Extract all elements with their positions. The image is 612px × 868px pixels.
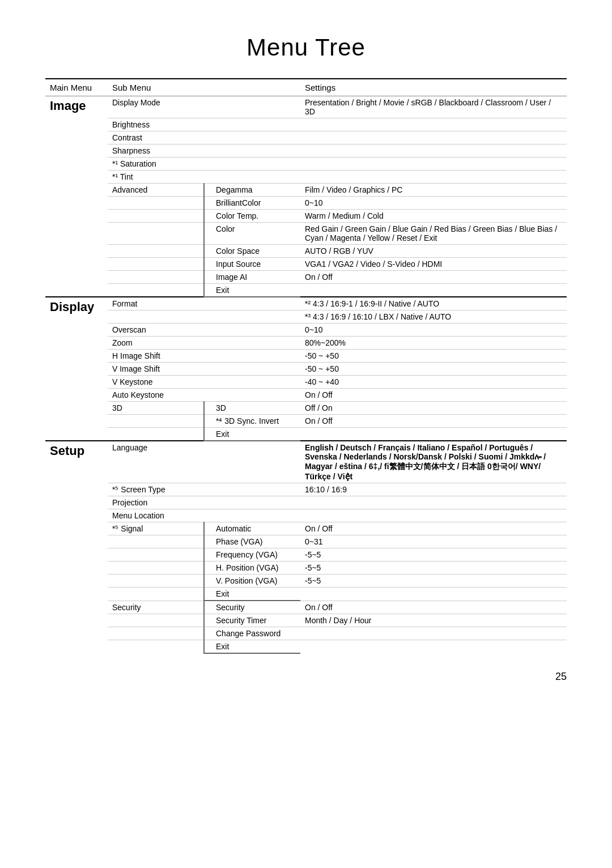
col-sub-cell xyxy=(108,428,204,441)
col-settings-cell xyxy=(300,627,567,640)
col-settings-cell xyxy=(300,640,567,654)
col-sub2-cell: Exit xyxy=(204,640,300,654)
col-sub2-cell xyxy=(204,324,300,337)
table-row: Contrast xyxy=(45,131,567,144)
col-main-cell: Setup xyxy=(45,441,108,653)
col-settings-cell: -5~5 xyxy=(300,561,567,575)
col-settings-cell xyxy=(300,428,567,441)
col-sub2-cell xyxy=(204,509,300,522)
col-settings-cell: Off / On xyxy=(300,402,567,415)
col-sub2-cell xyxy=(204,297,300,310)
col-sub-cell: Overscan xyxy=(108,324,204,337)
col-sub2-cell: Degamma xyxy=(204,184,300,197)
table-row: Security TimerMonth / Day / Hour xyxy=(45,614,567,627)
col-sub2-cell: H. Position (VGA) xyxy=(204,561,300,575)
table-row: Brightness xyxy=(45,118,567,131)
col-sub-cell xyxy=(108,245,204,258)
col-sub-cell xyxy=(108,284,204,297)
header-sub: Sub Menu xyxy=(108,79,204,96)
col-sub-cell: Format xyxy=(108,297,204,310)
table-row: H. Position (VGA)-5~5 xyxy=(45,561,567,575)
col-settings-cell: *³ 4:3 / 16:9 / 16:10 / LBX / Native / A… xyxy=(300,310,567,324)
col-settings-cell: On / Off xyxy=(300,415,567,428)
col-sub2-cell: 3D xyxy=(204,402,300,415)
table-row: Projection xyxy=(45,496,567,509)
col-sub-cell: Contrast xyxy=(108,131,204,144)
table-row: Overscan0~10 xyxy=(45,324,567,337)
table-row: Exit xyxy=(45,640,567,654)
table-row: Change Password xyxy=(45,627,567,640)
col-sub-cell xyxy=(108,197,204,210)
col-sub2-cell: Exit xyxy=(204,284,300,297)
col-sub2-cell: Input Source xyxy=(204,258,300,271)
table-row: 3D3DOff / On xyxy=(45,402,567,415)
col-sub2-cell xyxy=(204,310,300,324)
col-settings-cell: Red Gain / Green Gain / Blue Gain / Red … xyxy=(300,223,567,245)
table-row: Color SpaceAUTO / RGB / YUV xyxy=(45,245,567,258)
page-title: Menu Tree xyxy=(45,34,567,61)
table-row: AdvancedDegammaFilm / Video / Graphics /… xyxy=(45,184,567,197)
col-sub-cell: Zoom xyxy=(108,337,204,350)
col-sub-cell xyxy=(108,535,204,548)
table-row: ImageDisplay ModePresentation / Bright /… xyxy=(45,96,567,118)
table-row: Exit xyxy=(45,428,567,441)
table-row: V. Position (VGA)-5~5 xyxy=(45,575,567,588)
menu-tree-table: Main Menu Sub Menu Settings ImageDisplay… xyxy=(45,78,567,654)
col-settings-cell: 16:10 / 16:9 xyxy=(300,483,567,496)
col-sub-cell: *⁵ Signal xyxy=(108,522,204,535)
col-sub2-cell: *⁴ 3D Sync. Invert xyxy=(204,415,300,428)
col-sub2-cell xyxy=(204,96,300,118)
table-row: *¹ Saturation xyxy=(45,158,567,171)
col-sub2-cell xyxy=(204,118,300,131)
col-settings-cell: 0~10 xyxy=(300,324,567,337)
col-settings-cell: -50 ~ +50 xyxy=(300,363,567,376)
col-settings-cell: -5~5 xyxy=(300,575,567,588)
col-sub2-cell: Exit xyxy=(204,428,300,441)
col-settings-cell xyxy=(300,158,567,171)
table-row: *¹ Tint xyxy=(45,171,567,184)
table-row: H Image Shift-50 ~ +50 xyxy=(45,350,567,363)
table-row: *⁴ 3D Sync. InvertOn / Off xyxy=(45,415,567,428)
col-settings-cell: Film / Video / Graphics / PC xyxy=(300,184,567,197)
table-row: ColorRed Gain / Green Gain / Blue Gain /… xyxy=(45,223,567,245)
col-sub2-cell: Change Password xyxy=(204,627,300,640)
table-row: *³ 4:3 / 16:9 / 16:10 / LBX / Native / A… xyxy=(45,310,567,324)
table-row: Menu Location xyxy=(45,509,567,522)
col-settings-cell: -5~5 xyxy=(300,548,567,561)
col-sub-cell: V Keystone xyxy=(108,376,204,389)
col-sub-cell xyxy=(108,210,204,223)
header-settings: Settings xyxy=(300,79,567,96)
table-row: Phase (VGA)0~31 xyxy=(45,535,567,548)
header-sub2 xyxy=(204,79,300,96)
col-sub2-cell: Exit xyxy=(204,588,300,601)
col-settings-cell: Presentation / Bright / Movie / sRGB / B… xyxy=(300,96,567,118)
col-settings-cell: VGA1 / VGA2 / Video / S-Video / HDMI xyxy=(300,258,567,271)
table-row: Color Temp.Warm / Medium / Cold xyxy=(45,210,567,223)
col-sub-cell: Menu Location xyxy=(108,509,204,522)
table-row: Exit xyxy=(45,588,567,601)
col-sub2-cell xyxy=(204,496,300,509)
col-sub-cell: Display Mode xyxy=(108,96,204,118)
col-sub-cell: Security xyxy=(108,601,204,614)
col-sub-cell xyxy=(108,614,204,627)
col-settings-cell: On / Off xyxy=(300,522,567,535)
col-sub-cell: Auto Keystone xyxy=(108,389,204,402)
col-sub2-cell: V. Position (VGA) xyxy=(204,575,300,588)
col-settings-cell: AUTO / RGB / YUV xyxy=(300,245,567,258)
col-main-cell: Display xyxy=(45,297,108,441)
col-settings-cell: -50 ~ +50 xyxy=(300,350,567,363)
col-sub2-cell xyxy=(204,376,300,389)
col-sub2-cell: Security Timer xyxy=(204,614,300,627)
page-number: 25 xyxy=(45,671,567,683)
col-sub-cell: Advanced xyxy=(108,184,204,197)
col-sub2-cell: Frequency (VGA) xyxy=(204,548,300,561)
col-settings-cell: 80%~200% xyxy=(300,337,567,350)
col-settings-cell: English / Deutsch / Français / Italiano … xyxy=(300,441,567,483)
col-settings-cell xyxy=(300,588,567,601)
col-settings-cell xyxy=(300,118,567,131)
table-row: Exit xyxy=(45,284,567,297)
col-sub2-cell: Phase (VGA) xyxy=(204,535,300,548)
table-row: DisplayFormat*² 4:3 / 16:9-1 / 16:9-II /… xyxy=(45,297,567,310)
table-row: Frequency (VGA)-5~5 xyxy=(45,548,567,561)
col-sub2-cell xyxy=(204,389,300,402)
